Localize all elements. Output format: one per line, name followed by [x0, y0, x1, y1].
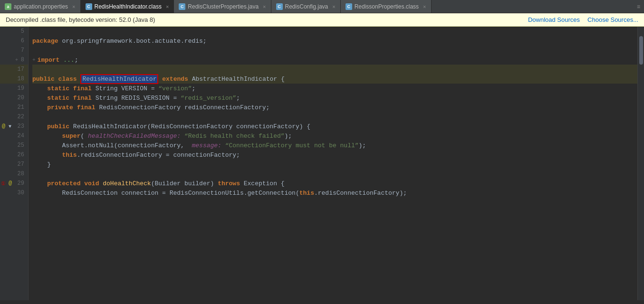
- paren-open-23: (: [147, 123, 151, 130]
- brace-open-18: {: [277, 76, 285, 83]
- gutter-row-22: 22: [0, 112, 28, 122]
- fold-icon-23[interactable]: ▼: [9, 124, 11, 129]
- tab-close-redis-config[interactable]: ×: [332, 4, 335, 10]
- method-name-29: doHealthCheck: [103, 180, 151, 187]
- import-ellipsis: ...: [63, 57, 74, 64]
- tab-close-redis-cluster[interactable]: ×: [263, 4, 266, 10]
- line-num-28: 28: [18, 171, 24, 177]
- param-hint-25: message:: [188, 142, 221, 149]
- semi-19: ;: [192, 85, 195, 92]
- dot-rcf-assign: .redisConnectionFactory = connectionFact…: [77, 152, 240, 159]
- code-line-7: [32, 46, 637, 55]
- var-rcf: redisConnectionFactory;: [184, 104, 269, 111]
- line-num-7: 7: [21, 47, 24, 54]
- tab-label-redisson-props: RedissonProperties.class: [355, 3, 419, 10]
- scrollbar-thumb[interactable]: [639, 36, 643, 65]
- tab-redis-config[interactable]: C RedisConfig.java ×: [271, 0, 341, 13]
- decompiled-banner-text: Decompiled .class file, bytecode version…: [6, 16, 155, 23]
- gutter-row-28: 28: [0, 169, 28, 179]
- line-num-26: 26: [18, 152, 24, 158]
- line-num-23: 23: [18, 123, 24, 130]
- kw-this-30: this: [299, 190, 314, 197]
- tab-redis-cluster[interactable]: C RedisClusterProperties.java ×: [174, 0, 271, 13]
- type-builder: Builder: [154, 180, 184, 187]
- code-line-6: package org.springframework.boot.actuate…: [32, 36, 637, 46]
- str-conn-factory: “ConnectionFactory must not be null”: [225, 142, 359, 149]
- banner-links: Download Sources Choose Sources...: [528, 16, 638, 23]
- indent-26: [32, 152, 62, 159]
- code-line-24: super ( healthCheckFailedMessage: “Redis…: [32, 131, 637, 141]
- annotation-icon2-29: @: [9, 180, 12, 187]
- semi-20: ;: [236, 95, 240, 102]
- annotation-icon-29: ①: [1, 180, 6, 187]
- code-line-5: [32, 27, 637, 36]
- kw-static-20: static: [47, 95, 73, 102]
- indent-27: [32, 161, 47, 168]
- tab-close-app-props[interactable]: ×: [72, 4, 75, 10]
- indent-30: [32, 190, 62, 197]
- kw-final-21: final: [77, 104, 99, 111]
- code-line-8: + import ... ;: [32, 55, 637, 65]
- paren-open-29: (: [151, 180, 155, 187]
- type-exception: Exception: [244, 180, 277, 187]
- dot-notnull: .notNull(connectionFactory,: [84, 142, 188, 149]
- tab-icon-redis-health: C: [86, 3, 92, 10]
- tab-bar: a application.properties × C RedisHealth…: [0, 0, 644, 13]
- indent-29: [32, 180, 47, 187]
- code-content[interactable]: package org.springframework.boot.actuate…: [29, 27, 637, 300]
- gutter-row-25: 25: [0, 141, 28, 150]
- import-semicolon: ;: [75, 57, 78, 64]
- kw-private: private: [47, 104, 77, 111]
- gutter-row-8: + 8: [0, 55, 28, 65]
- param-type-rcf: RedisConnectionFactory: [151, 123, 236, 130]
- kw-protected: protected: [47, 180, 84, 187]
- code-line-28: [32, 169, 637, 179]
- line-num-27: 27: [18, 161, 24, 168]
- code-line-22: [32, 112, 637, 122]
- vertical-scrollbar[interactable]: [637, 27, 644, 300]
- line-num-30: 30: [18, 190, 24, 196]
- line-number-gutter: 5 6 7 + 8 17 18 19 20 21: [0, 27, 29, 300]
- type-string-19: String: [96, 85, 122, 92]
- tab-redisson-props[interactable]: C RedissonProperties.class ×: [341, 0, 432, 13]
- gutter-row-21: 21: [0, 103, 28, 112]
- tab-redis-health[interactable]: C RedisHealthIndicator.class ×: [81, 0, 174, 13]
- paren-close-25: );: [359, 142, 366, 149]
- line-num-25: 25: [18, 142, 24, 149]
- paren-open-24: (: [80, 133, 88, 140]
- download-sources-link[interactable]: Download Sources: [528, 16, 580, 23]
- param-builder: builder): [184, 180, 218, 187]
- kw-throws: throws: [218, 180, 244, 187]
- gutter-row-20: 20: [0, 93, 28, 103]
- gutter-row-23: @ ▼ 23: [0, 122, 28, 131]
- decompiled-banner: Decompiled .class file, bytecode version…: [0, 13, 644, 27]
- kw-public-23: public: [47, 123, 73, 130]
- kw-void: void: [84, 180, 103, 187]
- brace-close-27: }: [47, 161, 51, 168]
- line-num-22: 22: [18, 114, 24, 120]
- line-num-6: 6: [21, 38, 24, 44]
- choose-sources-link[interactable]: Choose Sources...: [587, 16, 638, 23]
- keyword-import: import: [38, 57, 64, 64]
- code-line-23: public RedisHealthIndicator ( RedisConne…: [32, 122, 637, 131]
- var-redis-version: REDIS_VERSION =: [121, 95, 181, 102]
- gutter-row-19: 19: [0, 84, 28, 93]
- tab-overflow-button[interactable]: ≡: [633, 3, 644, 10]
- kw-extends: extends: [162, 76, 192, 83]
- tab-close-redis-health[interactable]: ×: [166, 4, 169, 10]
- constructor-name: RedisHealthIndicator: [73, 123, 147, 130]
- gutter-row-17: 17: [0, 65, 28, 74]
- kw-final-20: final: [73, 95, 96, 102]
- fold-bracket-8[interactable]: +: [32, 57, 36, 63]
- code-line-26: this .redisConnectionFactory = connectio…: [32, 150, 637, 160]
- tab-app-props[interactable]: a application.properties ×: [0, 0, 81, 13]
- tab-close-redisson-props[interactable]: ×: [423, 4, 426, 10]
- indent-23: [32, 123, 47, 130]
- indent-24: [32, 133, 62, 140]
- line-num-20: 20: [18, 95, 24, 101]
- tab-label-app-props: application.properties: [14, 3, 68, 10]
- line-num-18: 18: [18, 76, 24, 82]
- fold-icon-8[interactable]: +: [15, 57, 18, 63]
- indent-21: [32, 104, 47, 111]
- indent-19: [32, 85, 47, 92]
